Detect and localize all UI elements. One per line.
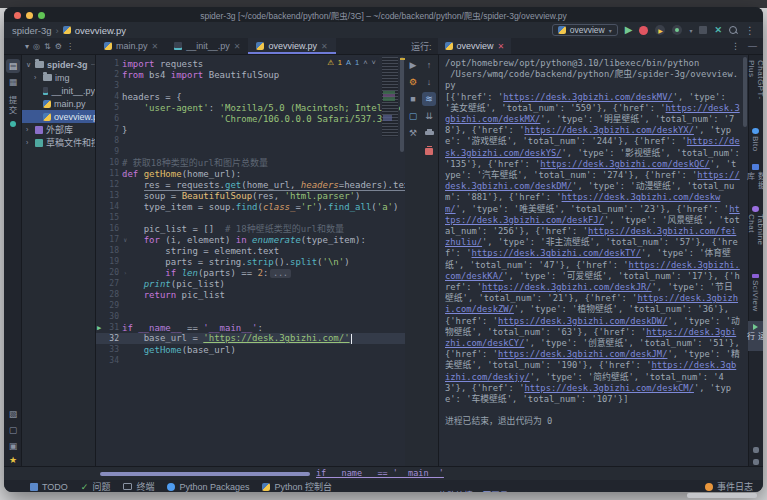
bookmarks-toolwindow-button[interactable]: ▦ xyxy=(6,75,20,89)
toolwindow-button-终端[interactable]: 终端 xyxy=(123,480,154,492)
run-line-gutter-icon[interactable]: ▶ xyxy=(97,324,101,332)
console-link[interactable]: https://desk.3gbizhi.com/deskJR/ xyxy=(482,282,651,292)
dismiss-link[interactable]: 不再显示 xyxy=(483,488,515,493)
modify-shortcuts-link[interactable]: 修改快捷键 xyxy=(439,488,479,493)
tree-chevron-icon[interactable]: › xyxy=(34,74,40,81)
code-line: 12 res = requests.get(home_url, headers=… xyxy=(96,179,405,190)
tool-strip-item-chatgpt-plus[interactable]: ChatGPT-Plus xyxy=(748,57,763,119)
console-settings-icon[interactable]: ⚙ xyxy=(406,75,420,89)
run-tab[interactable]: ovevview ✕ xyxy=(438,38,512,54)
print-icon[interactable] xyxy=(422,126,436,140)
todo-toolwindow-button[interactable]: ▢ xyxy=(6,423,20,437)
tree-item[interactable]: ›草稿文件和控制台 xyxy=(22,136,95,149)
breadcrumb[interactable]: spider-3g › ovevview.py xyxy=(12,25,126,36)
folded-code-placeholder[interactable]: ... xyxy=(270,269,290,278)
tool-strip-item-tabnine-chat[interactable]: Tabnine Chat xyxy=(748,203,763,265)
toolwindow-button-todo[interactable]: TODO xyxy=(30,482,68,492)
console-link[interactable]: https://desk.3gbizhi.com/deskJM/ xyxy=(498,349,667,359)
close-tab-icon[interactable]: ✕ xyxy=(321,42,328,51)
prev-error-icon[interactable]: ˄ xyxy=(363,58,367,67)
close-tab-icon[interactable]: ✕ xyxy=(234,42,241,51)
scroll-to-end-icon[interactable]: ⇊ xyxy=(422,109,436,123)
code-with-me-icon[interactable]: ✕ xyxy=(714,25,722,35)
console-link[interactable]: https://desk.3gbizhi.com/deskMV/ xyxy=(503,92,672,102)
rerun-button[interactable]: ▶ xyxy=(406,58,420,72)
terminal-toolwindow-button[interactable]: ▣ xyxy=(6,439,20,453)
restore-layout-icon[interactable]: ▢ xyxy=(406,109,420,123)
profile-button[interactable] xyxy=(639,26,648,35)
toolwindow-button-python-控制台[interactable]: Python 控制台 xyxy=(262,480,332,492)
structure-toolwindow-button[interactable]: ▧ xyxy=(6,407,20,421)
project-toolwindow-button[interactable]: ▤ xyxy=(6,59,20,73)
close-run-tab-icon[interactable]: ✕ xyxy=(498,42,505,51)
scrollbar-thumb[interactable] xyxy=(400,57,404,152)
next-error-icon[interactable]: ˅ xyxy=(372,58,376,67)
inspection-widget[interactable]: ⚠1 A1 ˄ ˅ xyxy=(324,57,379,68)
console-link[interactable]: https://desk.3gbizhi.com/deskTY/ xyxy=(471,248,640,258)
console-link[interactable]: https://desk.3gbizhi.com/deskCM/ xyxy=(524,383,693,393)
tree-item[interactable]: ›外部库 xyxy=(22,123,95,136)
fold-marker-icon[interactable]: › xyxy=(123,269,127,276)
fold-marker-icon[interactable]: ∨ xyxy=(123,324,127,331)
clear-console-icon[interactable] xyxy=(422,143,436,157)
toolwindow-button-问题[interactable]: ✓问题 xyxy=(81,480,111,492)
event-log-button[interactable]: 事件日志 xyxy=(705,480,753,492)
console-link[interactable]: https://desk.3gbizhi.com/deskQC/ xyxy=(540,159,709,169)
search-everywhere-icon[interactable] xyxy=(729,26,738,35)
soft-wrap-icon[interactable]: ≋ xyxy=(422,92,436,106)
editor-tab[interactable]: __init__.py✕ xyxy=(166,38,248,54)
run-button[interactable]: ▶ xyxy=(625,25,633,35)
services-button[interactable] xyxy=(672,25,682,35)
run-panel-options-icon[interactable]: ⋮ xyxy=(731,41,740,51)
minimize-window-button[interactable] xyxy=(26,12,33,19)
commit-toolwindow-button[interactable]: 提交 xyxy=(4,95,22,115)
settings-gear-icon[interactable]: ⚙ xyxy=(55,42,62,51)
tool-strip-bottom-icon[interactable] xyxy=(753,459,759,465)
down-stack-trace-icon[interactable]: ↓ xyxy=(422,75,436,89)
favorites-star-icon[interactable]: ★ xyxy=(6,453,20,467)
console-link[interactable]: https://desk.3gbizhi.com/deskYX/ xyxy=(524,125,693,135)
zoom-window-button[interactable] xyxy=(38,12,45,19)
more-options-icon[interactable]: ⋮ xyxy=(66,42,74,51)
coverage-run-button[interactable]: ▶ xyxy=(655,25,665,35)
fold-marker-icon[interactable]: ∨ xyxy=(123,170,127,177)
chevron-down-icon[interactable]: ▾ xyxy=(689,27,692,34)
tree-item[interactable]: __init__.py xyxy=(22,84,95,97)
tool-strip-item-运行[interactable]: 运行 xyxy=(748,321,763,351)
code-editor[interactable]: 1import requests2from bs4 import Beautif… xyxy=(96,55,405,466)
run-configuration-selector[interactable]: ovevview ▾ xyxy=(552,24,618,36)
sq-violet-icon xyxy=(752,274,759,278)
tree-item[interactable]: main.py xyxy=(22,97,95,110)
breadcrumb-project[interactable]: spider-3g xyxy=(12,25,52,36)
tree-item[interactable]: ovevview.py xyxy=(22,110,95,123)
tool-strip-item-bito[interactable]: Bito xyxy=(748,125,763,155)
toolwindow-button-python-packages[interactable]: Python Packages xyxy=(167,482,249,492)
fold-marker-icon[interactable]: ∨ xyxy=(123,236,127,243)
tree-item[interactable]: ›img xyxy=(22,71,95,84)
collapse-all-icon[interactable]: ⇅ xyxy=(44,42,51,51)
horizontal-scrollbar-thumb[interactable] xyxy=(100,472,310,476)
tree-chevron-icon[interactable]: ∨ xyxy=(26,61,32,69)
tool-strip-item-sciview[interactable]: SciView xyxy=(748,271,763,315)
console-link[interactable]: https://desk.3gbizhi.com/deskDW/ xyxy=(498,316,667,326)
minimap[interactable] xyxy=(382,57,398,137)
editor-tab[interactable]: main.py✕ xyxy=(96,38,166,54)
hide-run-panel-icon[interactable]: — xyxy=(748,41,757,51)
tree-chevron-icon[interactable]: › xyxy=(26,126,32,133)
project-view-selector[interactable]: ▾ xyxy=(25,42,29,51)
tool-strip-item-数据库[interactable]: 数据库 xyxy=(748,161,763,197)
tool-strip-bottom-icon[interactable] xyxy=(753,447,759,453)
console-output[interactable]: /opt/homebrew/opt/python@3.10/libexec/bi… xyxy=(445,58,740,464)
locate-file-icon[interactable]: ◎ xyxy=(33,42,40,51)
close-tab-icon[interactable]: ✕ xyxy=(152,42,159,51)
breadcrumb-file[interactable]: ovevview.py xyxy=(75,25,126,36)
more-options-icon[interactable]: ⋮ xyxy=(745,25,755,36)
editor-tab[interactable]: ovevview.py✕ xyxy=(248,38,335,54)
scope-breadcrumb[interactable]: if __name__ == '__main__' xyxy=(316,468,444,478)
tree-item[interactable]: ∨spider-3g~/code xyxy=(22,58,95,71)
tree-chevron-icon[interactable]: › xyxy=(26,139,32,146)
close-window-button[interactable] xyxy=(14,12,21,19)
up-stack-trace-icon[interactable]: ↑ xyxy=(422,58,436,72)
python-console-dot-icon[interactable] xyxy=(10,121,16,127)
build-hammer-icon[interactable]: ⚒ xyxy=(406,126,420,140)
